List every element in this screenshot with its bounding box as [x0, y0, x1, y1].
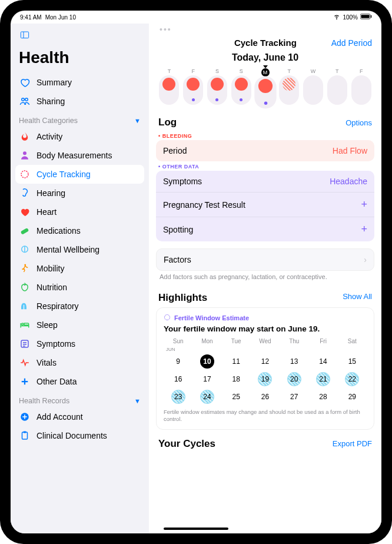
weekday-label: Wed — [251, 338, 280, 344]
sidebar-item-sleep[interactable]: Sleep — [11, 316, 149, 334]
calendar-day: 23 — [171, 390, 185, 404]
day-column[interactable]: F — [350, 68, 372, 107]
flame-icon — [19, 131, 31, 142]
day-column[interactable]: S — [207, 68, 228, 107]
sidebar-item-label: Nutrition — [36, 283, 67, 292]
cycle-icon — [19, 168, 31, 180]
sidebar-item-respiratory[interactable]: Respiratory — [11, 297, 149, 316]
records-header[interactable]: Health Records ▼ — [11, 391, 149, 407]
svg-point-8 — [21, 171, 28, 178]
sidebar-item-nutrition[interactable]: Nutrition — [11, 278, 149, 297]
home-indicator[interactable] — [164, 528, 228, 530]
sidebar-item-activity[interactable]: Activity — [11, 127, 149, 146]
day-column[interactable]: T — [158, 68, 180, 107]
sidebar-item-label: Mobility — [36, 264, 64, 273]
calendar-cell[interactable]: 12 — [251, 353, 280, 370]
sidebar-item-hearing[interactable]: Hearing — [11, 184, 149, 203]
status-time: 9:41 AM — [20, 14, 42, 21]
sidebar-item-other-data[interactable]: Other Data — [11, 372, 149, 391]
symptom-dot-icon — [215, 98, 218, 101]
period-dot-icon — [235, 78, 248, 91]
plus-circle-icon — [19, 411, 31, 423]
page-title: Cycle Tracking — [200, 38, 331, 48]
calendar-cell[interactable]: 13 — [280, 353, 308, 370]
day-letter: S — [240, 68, 243, 74]
day-column[interactable]: T — [278, 68, 300, 107]
log-title: Log — [158, 117, 177, 128]
chevron-right-icon: › — [364, 255, 367, 264]
export-pdf-button[interactable]: Export PDF — [333, 439, 372, 448]
mind-icon — [19, 244, 31, 256]
calendar-cell[interactable]: 29 — [338, 389, 367, 405]
calendar-day: 9 — [171, 354, 185, 369]
calendar-cell[interactable]: 19 — [251, 371, 280, 387]
add-period-button[interactable]: Add Period — [331, 38, 372, 48]
calendar-cell[interactable]: 11 — [222, 353, 251, 370]
sidebar-item-cycle-tracking[interactable]: Cycle Tracking — [15, 165, 144, 184]
calendar-cell[interactable]: 28 — [308, 389, 337, 405]
fertile-message: Your fertile window may start on June 19… — [164, 324, 367, 333]
show-all-button[interactable]: Show All — [343, 292, 372, 304]
day-oval — [231, 75, 251, 105]
weekday-label: Fri — [308, 338, 337, 344]
calendar-cell[interactable]: 16 — [164, 371, 192, 387]
calendar-cell[interactable]: 17 — [192, 371, 221, 387]
calendar-day: 13 — [287, 354, 301, 369]
calendar-cell[interactable]: 25 — [222, 389, 251, 405]
sidebar-item-heart[interactable]: Heart — [11, 203, 149, 221]
calendar-cell[interactable]: 23 — [164, 389, 192, 405]
sidebar-item-label: Add Account — [36, 412, 83, 422]
calendar-cell[interactable]: 9 — [164, 353, 192, 370]
day-column[interactable]: S — [230, 68, 252, 107]
day-column[interactable]: W — [303, 68, 324, 107]
sidebar-item-mental-wellbeing[interactable]: Mental Wellbeing — [11, 240, 149, 259]
sidebar-item-label: Vitals — [36, 358, 57, 367]
log-options-button[interactable]: Options — [346, 118, 372, 127]
your-cycles-title: Your Cycles — [158, 438, 215, 450]
fertile-window-card[interactable]: Fertile Window Estimate Your fertile win… — [156, 307, 374, 430]
plus-icon — [19, 376, 31, 387]
period-row[interactable]: Period Had Flow — [156, 140, 374, 161]
chevron-down-icon: ▼ — [134, 397, 141, 404]
day-column[interactable]: T — [326, 68, 348, 107]
day-column[interactable]: F — [182, 68, 204, 107]
sidebar-item-symptoms[interactable]: Symptoms — [11, 334, 149, 353]
calendar-cell[interactable]: 22 — [338, 371, 367, 387]
svg-point-5 — [22, 98, 25, 101]
sidebar-item-mobility[interactable]: Mobility — [11, 259, 149, 278]
symptom-dot-icon — [264, 101, 267, 105]
calendar-cell[interactable]: 26 — [251, 389, 280, 405]
day-oval — [303, 75, 323, 105]
sidebar-item-body-measurements[interactable]: Body Measurements — [11, 146, 149, 165]
spotting-row[interactable]: Spotting + — [156, 217, 374, 241]
heart-icon — [19, 206, 31, 218]
calendar-cell[interactable]: 21 — [308, 371, 337, 387]
day-column[interactable]: M — [254, 68, 276, 107]
sidebar-item-vitals[interactable]: Vitals — [11, 353, 149, 372]
calendar-cell[interactable]: 20 — [280, 371, 308, 387]
calendar-cell[interactable]: 10 — [192, 353, 221, 370]
highlights-title: Highlights — [158, 292, 207, 304]
calendar-day: 18 — [229, 372, 243, 386]
day-strip[interactable]: TFSSMTWTF — [156, 68, 374, 107]
calendar-cell[interactable]: 24 — [192, 389, 221, 405]
sidebar-item-label: Hearing — [36, 188, 65, 198]
factors-row[interactable]: Factors › — [157, 249, 374, 270]
sidebar-toggle-icon[interactable] — [11, 28, 149, 45]
sidebar-item-summary[interactable]: Summary — [11, 73, 149, 92]
sidebar-item-add-account[interactable]: Add Account — [11, 407, 149, 426]
pregnancy-test-row[interactable]: Pregnancy Test Result + — [156, 193, 374, 217]
day-oval — [351, 75, 371, 105]
sidebar-item-sharing[interactable]: Sharing — [11, 92, 149, 111]
more-icon[interactable]: ••• — [156, 24, 374, 34]
sidebar-item-medications[interactable]: Medications — [11, 221, 149, 240]
calendar-cell[interactable]: 15 — [338, 353, 367, 370]
sidebar-item-clinical-documents[interactable]: Clinical Documents — [11, 426, 149, 445]
svg-point-16 — [165, 315, 170, 320]
calendar-day: 15 — [345, 354, 359, 369]
calendar-cell[interactable]: 27 — [280, 389, 308, 405]
calendar-cell[interactable]: 14 — [308, 353, 337, 370]
symptoms-row[interactable]: Symptoms Headache — [156, 171, 374, 193]
categories-header[interactable]: Health Categories ▼ — [11, 111, 149, 127]
calendar-cell[interactable]: 18 — [222, 371, 251, 387]
